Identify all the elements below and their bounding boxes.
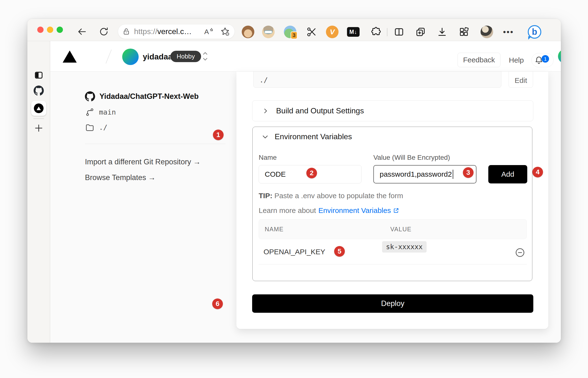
value-label: Value (Will Be Encrypted) — [373, 154, 450, 162]
vercel-header: yidadaa Hobby Feedback Help 1 — [50, 41, 561, 71]
sidebar-divider — [33, 118, 44, 119]
close-window-button[interactable] — [37, 27, 43, 33]
name-label: Name — [259, 154, 277, 162]
env-section-header[interactable]: Environment Variables — [262, 132, 352, 141]
root-dir-row: ./ — [85, 122, 107, 132]
configure-card: ./ Edit Build and Output Settings Enviro… — [236, 71, 548, 329]
root-directory-input[interactable]: ./ — [253, 71, 501, 88]
annotation-badge-3: 3 — [463, 167, 473, 178]
chevron-down-icon — [262, 133, 269, 140]
browser-window: https://vercel.c… A 3 V M↓ — [27, 19, 561, 343]
env-table-header: NAME VALUE — [259, 219, 527, 239]
git-branch-icon — [85, 107, 95, 117]
row-divider — [259, 264, 527, 264]
url-text: https://vercel.c… — [134, 27, 192, 36]
markdown-extension-icon[interactable]: M↓ — [347, 26, 359, 38]
add-button[interactable]: Add — [488, 165, 527, 183]
toolbar-divider — [387, 28, 387, 36]
team-name[interactable]: yidadaa — [143, 52, 172, 61]
build-section-title: Build and Output Settings — [276, 106, 364, 115]
branch-name: main — [99, 108, 116, 116]
settings-more-icon[interactable]: ••• — [502, 26, 515, 38]
learn-more-text: Learn more about Environment Variables — [259, 206, 400, 215]
split-screen-icon[interactable] — [393, 26, 405, 38]
branch-row: main — [85, 107, 116, 117]
bing-chat-icon[interactable]: b — [528, 25, 541, 39]
collections-icon[interactable] — [414, 26, 427, 38]
browser-toolbar: https://vercel.c… A 3 V M↓ — [27, 19, 561, 41]
chevron-right-icon — [262, 108, 269, 114]
vercel-page: yidadaa Hobby Feedback Help 1 Yidadaa/Ch… — [50, 41, 561, 343]
apps-grid-icon[interactable] — [458, 26, 470, 38]
translate-extension-icon[interactable]: 3 — [284, 26, 296, 38]
vercel-triangle-logo[interactable] — [63, 51, 77, 63]
plan-badge: Hobby — [170, 51, 201, 62]
user-avatar[interactable] — [558, 49, 561, 63]
deploy-button[interactable]: Deploy — [252, 294, 533, 313]
folder-icon — [85, 122, 95, 132]
environment-variables-section: Environment Variables Name Value (Will B… — [252, 127, 532, 281]
vercel-logo-icon — [34, 103, 43, 113]
annotation-badge-1: 1 — [213, 130, 224, 140]
environment-variables-link[interactable]: Environment Variables — [318, 206, 400, 215]
monkey-extension-icon[interactable] — [242, 26, 254, 38]
v-extension-icon[interactable]: V — [326, 26, 339, 38]
remove-variable-button[interactable] — [515, 247, 526, 258]
github-tab-icon[interactable] — [27, 86, 50, 96]
profile-avatar[interactable] — [481, 26, 493, 38]
breadcrumb-slash — [105, 50, 112, 64]
edge-sidebar — [27, 41, 50, 343]
refresh-icon[interactable] — [99, 26, 109, 37]
text-caret — [453, 170, 453, 179]
env-row-name: OPENAI_API_KEY — [263, 248, 325, 256]
notification-badge: 1 — [542, 55, 549, 63]
root-dir: ./ — [99, 123, 107, 132]
repo-row: Yidadaa/ChatGPT-Next-Web — [85, 91, 199, 102]
help-link[interactable]: Help — [509, 56, 524, 64]
annotation-badge-4: 4 — [532, 167, 543, 177]
downloads-icon[interactable] — [436, 26, 448, 38]
left-divider — [85, 144, 226, 144]
env-value-input[interactable]: password1,password2 — [373, 165, 476, 183]
team-switcher-icon[interactable] — [201, 49, 209, 63]
add-favorite-icon[interactable] — [220, 27, 230, 37]
github-icon — [85, 91, 95, 102]
scissors-extension-icon[interactable] — [305, 26, 318, 38]
tip-text: TIP: Paste a .env above to populate the … — [259, 192, 403, 200]
import-different-repo-link[interactable]: Import a different Git Repository → — [85, 158, 201, 166]
browse-templates-link[interactable]: Browse Templates → — [85, 173, 156, 182]
build-output-settings-section[interactable]: Build and Output Settings — [252, 100, 533, 121]
annotation-badge-5: 5 — [334, 246, 345, 257]
avatar-extension-icon[interactable] — [262, 26, 275, 38]
edit-button[interactable]: Edit — [509, 71, 533, 88]
env-section-title: Environment Variables — [275, 132, 352, 141]
tab-panel-icon[interactable] — [27, 71, 50, 80]
zoom-window-button[interactable] — [57, 27, 63, 33]
feedback-button[interactable]: Feedback — [458, 53, 501, 67]
table-value-header: VALUE — [390, 226, 412, 233]
extensions-puzzle-icon[interactable] — [370, 26, 382, 38]
env-row-value: sk-xxxxxx — [382, 241, 427, 253]
lock-icon — [122, 27, 130, 36]
external-link-icon — [393, 207, 400, 214]
svg-text:A: A — [204, 28, 209, 36]
table-name-header: NAME — [265, 226, 284, 233]
new-tab-icon[interactable] — [27, 123, 50, 133]
screenshot: https://vercel.c… A 3 V M↓ — [0, 0, 588, 378]
vercel-tab-active[interactable] — [31, 101, 46, 116]
repo-name: Yidadaa/ChatGPT-Next-Web — [100, 92, 199, 101]
team-avatar[interactable] — [122, 49, 139, 65]
minimize-window-button[interactable] — [47, 27, 53, 33]
annotation-badge-2: 2 — [306, 168, 317, 178]
extension-badge: 3 — [291, 31, 297, 39]
annotation-badge-6: 6 — [212, 298, 223, 309]
address-bar[interactable]: https://vercel.c… A — [118, 24, 235, 39]
read-aloud-icon[interactable]: A — [203, 27, 213, 37]
back-icon[interactable] — [77, 27, 87, 37]
